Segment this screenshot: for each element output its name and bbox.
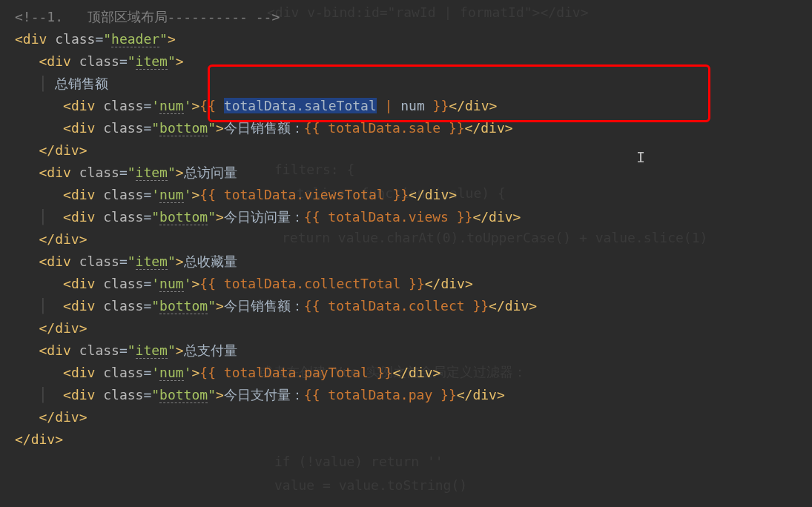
tag-div: div <box>71 387 96 402</box>
classname-bottom: bottom <box>159 209 208 225</box>
classname-item: item <box>136 342 168 359</box>
tag-div-close: /div <box>417 187 449 202</box>
item-title: 总销售额 <box>55 76 108 91</box>
classname-bottom: bottom <box>159 387 208 403</box>
code-line[interactable]: <div class="header"> <box>0 27 812 49</box>
code-line[interactable]: <div class='num'>{{ totalData.viewsTotal… <box>0 182 812 205</box>
code-line[interactable]: <!--1. 顶部区域布局---------- --> <box>0 4 812 27</box>
classname-num: num <box>159 365 184 381</box>
tag-div: div <box>47 165 71 180</box>
tag-div: div <box>71 298 96 314</box>
tag-div: div <box>71 187 96 202</box>
classname-item: item <box>136 254 168 270</box>
classname-num: num <box>159 98 184 114</box>
item-title: 总支付量 <box>184 342 237 358</box>
code-line[interactable]: </div> <box>0 427 812 449</box>
tag-div: div <box>71 209 96 225</box>
attr-class: class <box>103 120 143 136</box>
attr-class: class <box>103 276 143 291</box>
tag-div-close: /div <box>47 320 79 336</box>
tag-div: div <box>71 98 96 113</box>
classname-header: header <box>111 31 159 47</box>
tag-div: div <box>71 120 96 136</box>
tag-div-close: /div <box>23 431 55 447</box>
tag-div: div <box>47 254 71 269</box>
attr-class: class <box>55 31 95 47</box>
attr-class: class <box>103 187 143 202</box>
classname-bottom: bottom <box>159 298 208 314</box>
code-line[interactable]: <div class='num'>{{ totalData.payTotal }… <box>0 360 812 382</box>
tag-div: div <box>71 276 96 291</box>
code-line[interactable]: <div class="bottom">今日销售额：{{ totalData.s… <box>0 116 812 138</box>
attr-class: class <box>103 387 143 402</box>
code-line[interactable]: <div class='num'>{{ totalData.collectTot… <box>0 271 812 294</box>
attr-class: class <box>103 365 143 380</box>
selected-text: totalData.saleTotal <box>224 98 377 113</box>
tag-div-close: /div <box>400 365 432 380</box>
attr-class: class <box>103 298 143 314</box>
attr-class: class <box>79 53 119 69</box>
code-line[interactable]: │ <div class="bottom">今日支付量：{{ totalData… <box>0 382 812 405</box>
tag-div: div <box>47 53 71 69</box>
code-line[interactable]: <div class="item"> <box>0 49 812 71</box>
tag-div: div <box>23 31 47 47</box>
classname-num: num <box>159 187 184 203</box>
classname-item: item <box>136 53 168 70</box>
tag-div-close: /div <box>497 298 529 314</box>
classname-bottom: bottom <box>159 120 208 136</box>
classname-num: num <box>159 276 184 292</box>
code-line[interactable]: </div> <box>0 138 812 160</box>
attr-class: class <box>103 209 143 225</box>
tag-div: div <box>47 342 71 358</box>
code-line[interactable]: <div class="item">总访问量 <box>0 160 812 182</box>
code-line[interactable]: </div> <box>0 405 812 427</box>
code-line[interactable]: </div> <box>0 227 812 249</box>
item-title: 总收藏量 <box>184 254 237 269</box>
code-line[interactable]: <div class='num'>{{ totalData.saleTotal … <box>0 93 812 116</box>
faint-bg-text: value = value.toString() <box>274 477 467 493</box>
classname-item: item <box>136 165 168 181</box>
tag-div-close: /div <box>47 409 79 425</box>
tag-div-close: /div <box>433 276 465 291</box>
item-title: 总访问量 <box>184 165 237 180</box>
attr-class: class <box>79 165 119 180</box>
tag-div-close: /div <box>457 98 489 113</box>
attr-class: class <box>79 254 119 269</box>
code-line[interactable]: │ <div class="bottom">今日销售额：{{ totalData… <box>0 294 812 316</box>
tag-div-close: /div <box>47 231 79 247</box>
tag-div-close: /div <box>472 120 504 136</box>
faint-bg-text: if (!value) return '' <box>274 454 443 469</box>
comment: <!--1. 顶部区域布局---------- --> <box>15 9 280 24</box>
attr-class: class <box>79 342 119 358</box>
code-line[interactable]: │ <div class="bottom">今日访问量：{{ totalData… <box>0 205 812 227</box>
code-line[interactable]: </div> <box>0 316 812 338</box>
tag-div: div <box>71 365 96 380</box>
tag-div-close: /div <box>47 142 79 158</box>
attr-class: class <box>103 98 143 113</box>
tag-div-close: /div <box>465 387 497 402</box>
code-line[interactable]: <div class="item">总收藏量 <box>0 249 812 271</box>
code-editor[interactable]: <div v-bind:id="rawId | formatId"></div>… <box>0 0 812 507</box>
code-line[interactable]: <div class="item">总支付量 <box>0 338 812 360</box>
tag-div-close: /div <box>481 209 512 225</box>
code-line[interactable]: │ 总销售额 <box>0 71 812 93</box>
